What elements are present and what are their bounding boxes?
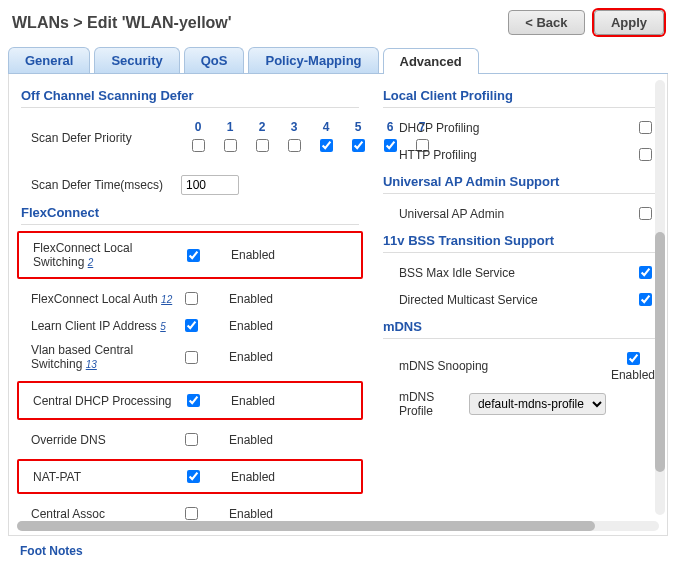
- defer-priority-5[interactable]: [352, 139, 365, 152]
- central-dhcp-checkbox[interactable]: [187, 394, 200, 407]
- tab-bar: General Security QoS Policy-Mapping Adva…: [8, 47, 668, 74]
- defer-priority-2[interactable]: [256, 139, 269, 152]
- dhcp-profiling-label: DHCP Profiling: [383, 121, 635, 135]
- defer-col-0: 0: [183, 120, 213, 134]
- vlan-central-switching-label: Vlan based Central Switching 13: [21, 343, 181, 371]
- defer-col-2: 2: [247, 120, 277, 134]
- apply-button[interactable]: Apply: [594, 10, 664, 35]
- enabled-label: Enabled: [231, 470, 275, 484]
- section-11v-bss: 11v BSS Transition Support: [383, 227, 655, 253]
- footnote-link-5[interactable]: 5: [160, 321, 166, 332]
- enabled-label: Enabled: [231, 248, 275, 262]
- scan-defer-time-input[interactable]: [181, 175, 239, 195]
- mdns-snooping-checkbox[interactable]: [627, 352, 640, 365]
- tab-advanced[interactable]: Advanced: [383, 48, 479, 74]
- vertical-scrollbar[interactable]: [655, 80, 665, 515]
- section-mdns: mDNS: [383, 313, 655, 339]
- footnote-link-2[interactable]: 2: [88, 257, 94, 268]
- enabled-label: Enabled: [229, 350, 273, 364]
- override-dns-checkbox[interactable]: [185, 433, 198, 446]
- enabled-label: Enabled: [229, 292, 273, 306]
- enabled-label: Enabled: [229, 319, 273, 333]
- override-dns-label: Override DNS: [21, 433, 181, 447]
- dhcp-profiling-checkbox[interactable]: [639, 121, 652, 134]
- http-profiling-checkbox[interactable]: [639, 148, 652, 161]
- section-universal-ap: Universal AP Admin Support: [383, 168, 655, 194]
- nat-pat-label: NAT-PAT: [23, 470, 183, 484]
- section-flexconnect: FlexConnect: [21, 199, 359, 225]
- defer-col-1: 1: [215, 120, 245, 134]
- foot-notes-heading: Foot Notes: [8, 536, 668, 558]
- directed-multicast-label: Directed Multicast Service: [383, 293, 635, 307]
- central-assoc-label: Central Assoc: [21, 507, 181, 521]
- vlan-central-switching-checkbox[interactable]: [185, 351, 198, 364]
- universal-ap-admin-checkbox[interactable]: [639, 207, 652, 220]
- horizontal-scrollbar[interactable]: [17, 521, 659, 531]
- central-assoc-checkbox[interactable]: [185, 507, 198, 520]
- enabled-label: Enabled: [611, 368, 655, 382]
- tab-general[interactable]: General: [8, 47, 90, 73]
- bss-max-idle-checkbox[interactable]: [639, 266, 652, 279]
- defer-priority-3[interactable]: [288, 139, 301, 152]
- defer-priority-0[interactable]: [192, 139, 205, 152]
- central-dhcp-label: Central DHCP Processing: [23, 394, 183, 408]
- http-profiling-label: HTTP Profiling: [383, 148, 635, 162]
- bss-max-idle-label: BSS Max Idle Service: [383, 266, 635, 280]
- flex-local-switching-checkbox[interactable]: [187, 249, 200, 262]
- defer-priority-1[interactable]: [224, 139, 237, 152]
- flex-local-switching-label: FlexConnect Local Switching 2: [23, 241, 183, 269]
- mdns-profile-label: mDNS Profile: [383, 390, 469, 418]
- tab-security[interactable]: Security: [94, 47, 179, 73]
- nat-pat-checkbox[interactable]: [187, 470, 200, 483]
- section-off-channel: Off Channel Scanning Defer: [21, 82, 359, 108]
- footnote-link-13[interactable]: 13: [86, 359, 97, 370]
- defer-priority-4[interactable]: [320, 139, 333, 152]
- directed-multicast-checkbox[interactable]: [639, 293, 652, 306]
- flex-local-auth-label: FlexConnect Local Auth 12: [21, 292, 181, 306]
- universal-ap-admin-label: Universal AP Admin: [383, 207, 635, 221]
- defer-col-3: 3: [279, 120, 309, 134]
- scan-defer-time-label: Scan Defer Time(msecs): [21, 178, 181, 192]
- section-local-profiling: Local Client Profiling: [383, 82, 655, 108]
- flex-local-auth-checkbox[interactable]: [185, 292, 198, 305]
- back-button[interactable]: < Back: [508, 10, 584, 35]
- tab-qos[interactable]: QoS: [184, 47, 245, 73]
- scan-defer-priority-label: Scan Defer Priority: [21, 131, 181, 145]
- page-title: WLANs > Edit 'WLAN-yellow': [12, 14, 232, 32]
- learn-client-ip-checkbox[interactable]: [185, 319, 198, 332]
- advanced-pane: Off Channel Scanning Defer Scan Defer Pr…: [8, 74, 668, 536]
- mdns-snooping-label: mDNS Snooping: [383, 359, 611, 373]
- enabled-label: Enabled: [229, 433, 273, 447]
- defer-col-5: 5: [343, 120, 373, 134]
- mdns-profile-select[interactable]: default-mdns-profile: [469, 393, 606, 415]
- tab-policy-mapping[interactable]: Policy-Mapping: [248, 47, 378, 73]
- enabled-label: Enabled: [229, 507, 273, 521]
- footnote-link-12[interactable]: 12: [161, 294, 172, 305]
- learn-client-ip-label: Learn Client IP Address 5: [21, 319, 181, 333]
- defer-col-4: 4: [311, 120, 341, 134]
- enabled-label: Enabled: [231, 394, 275, 408]
